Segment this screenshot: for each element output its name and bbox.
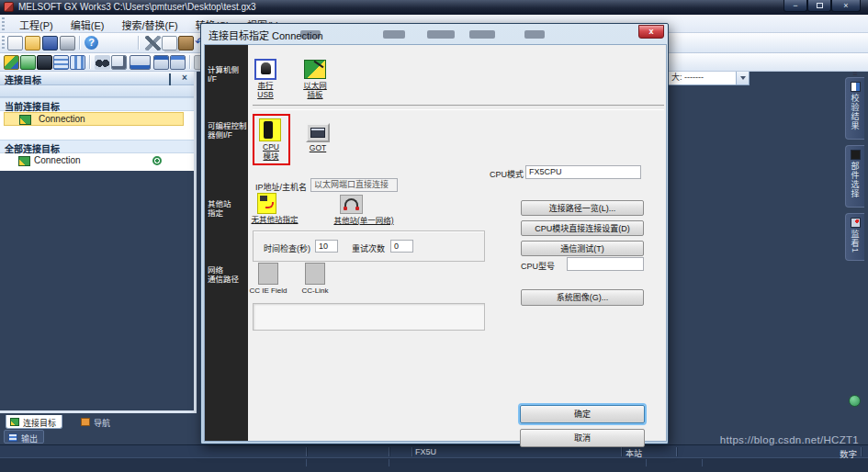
tab-navigation[interactable]: 导航 (77, 415, 116, 429)
communication-test-button[interactable]: 通信测试(T) (521, 241, 644, 256)
device-memory-icon[interactable] (170, 55, 186, 70)
cc-link-caption[interactable]: CC-Link (297, 287, 333, 296)
chevron-down-icon (740, 76, 746, 80)
print-icon[interactable] (60, 36, 75, 51)
panel-content: 当前连接目标 Connection 全部连接目标 Connection (0, 97, 194, 171)
route-description-box (253, 303, 485, 331)
serial-usb-caption[interactable]: 串行USB (245, 82, 286, 99)
melsoft-gx-works3-window: MELSOFT GX Works3 C:\Users\pmtuser\Deskt… (0, 0, 868, 472)
aero-glass-artifact (383, 30, 405, 39)
toolbar-separator (79, 36, 80, 50)
all-targets-header: 全部连接目标 (0, 140, 194, 153)
statusbar-lower-strip (0, 457, 868, 472)
menu-project[interactable]: 工程(P) (12, 15, 61, 32)
window-layout-icon[interactable] (53, 55, 69, 70)
panel-titlebar: 连接目标 × (0, 72, 194, 85)
plc-side-label: 可编程控制器侧I/F (208, 121, 247, 140)
all-connection-item[interactable]: Connection (0, 154, 194, 168)
connection-destination-icon[interactable] (20, 55, 36, 70)
panel-close-icon[interactable]: × (182, 73, 187, 83)
time-check-field[interactable]: 10 (315, 240, 338, 253)
system-image-button[interactable]: 系统图像(G)... (521, 289, 644, 306)
pc-side-label: 计算机侧I/F (208, 65, 239, 84)
tab-verify-result[interactable]: 校验结果 (845, 77, 864, 140)
ethernet-board-icon[interactable] (304, 60, 326, 79)
find-window-icon[interactable] (111, 55, 127, 70)
other-station-single-network-icon[interactable] (340, 195, 363, 214)
tab-watch-1[interactable]: 监看1 (845, 213, 864, 261)
aero-glass-artifact (427, 30, 455, 39)
cpu-model-label: CPU型号 (521, 260, 555, 272)
got-icon[interactable] (306, 123, 330, 142)
tab-connection-destination[interactable]: 连接目标 (6, 415, 62, 429)
panel-title: 连接目标 (5, 75, 41, 85)
navigation-window-icon[interactable] (4, 55, 19, 70)
serial-usb-icon[interactable] (254, 59, 276, 80)
cc-ie-field-icon[interactable] (258, 263, 278, 285)
cpu-direct-connect-settings-button[interactable]: CPU模块直接连接设置(D) (521, 220, 644, 236)
connection-icon (10, 418, 19, 426)
watermark-url: https://blog.csdn.net/HCZT1 (588, 434, 859, 445)
cpu-module-caption[interactable]: CPU模块 (253, 143, 289, 161)
cpu-mode-field[interactable]: FX5CPU (525, 165, 641, 179)
pin-icon[interactable] (169, 74, 176, 83)
cc-ie-field-caption[interactable]: CC IE Field (245, 287, 291, 296)
restore-button[interactable] (807, 0, 831, 12)
other-station-single-network-caption[interactable]: 其他站(单一网络) (326, 217, 401, 226)
network-route-label: 网络通信路径 (208, 265, 239, 284)
help-icon[interactable]: ? (85, 36, 98, 50)
tab-label: 校验结果 (850, 94, 862, 130)
find-icon[interactable] (95, 55, 110, 70)
window-split-icon[interactable] (70, 55, 85, 70)
watch-icon (851, 218, 861, 228)
window-titlebar: MELSOFT GX Works3 C:\Users\pmtuser\Deskt… (0, 0, 868, 15)
copy-icon[interactable] (162, 36, 177, 51)
module-configuration-icon[interactable] (37, 55, 52, 70)
new-project-icon[interactable] (7, 36, 23, 51)
tab-output[interactable]: 输出 (4, 430, 44, 444)
no-other-station-caption[interactable]: 无其他站指定 (240, 216, 310, 225)
got-caption[interactable]: GOT (306, 144, 330, 153)
statusbar-cpu-type: FX5U (415, 447, 436, 456)
save-project-icon[interactable] (42, 36, 58, 51)
cc-link-icon[interactable] (305, 263, 325, 285)
ok-button[interactable]: 确定 (520, 405, 645, 423)
cut-icon[interactable] (145, 36, 161, 51)
zoom-combobox-arrow[interactable] (736, 71, 749, 84)
dialog-category-column: 计算机侧I/F 可编程控制器侧I/F 其他站指定 网络通信路径 (205, 45, 248, 441)
verify-result-icon (851, 82, 861, 92)
cpu-module-icon[interactable] (259, 118, 281, 141)
current-target-header: 当前连接目标 (0, 97, 194, 111)
current-target-radio-icon[interactable] (152, 156, 162, 165)
toolbar-separator (89, 55, 90, 69)
tab-label: 部件选择 (850, 162, 862, 198)
open-project-icon[interactable] (25, 36, 40, 51)
connection-path-list-button[interactable]: 连接路径一览(L)... (521, 200, 644, 216)
statusbar-divider (676, 447, 677, 456)
retry-count-field[interactable]: 0 (390, 240, 413, 253)
cpu-model-field[interactable] (567, 257, 644, 271)
aero-glass-artifact (300, 30, 321, 39)
dialog-close-button[interactable]: x (638, 25, 664, 39)
statusbar-divider (389, 447, 389, 456)
zoom-combobox[interactable]: 大: ------- (667, 70, 750, 85)
close-button[interactable]: × (831, 0, 861, 12)
current-connection-item[interactable]: Connection (4, 112, 184, 126)
no-other-station-icon[interactable] (257, 193, 276, 214)
time-check-label: 时间检查(秒) (264, 242, 310, 254)
ethernet-board-caption[interactable]: 以太网插板 (293, 82, 337, 99)
menu-search-replace[interactable]: 搜索/替换(F) (115, 15, 186, 32)
tab-element-selection[interactable]: 部件选择 (845, 145, 864, 208)
aero-glass-artifact (524, 30, 545, 39)
ip-hostname-field[interactable]: 以太网端口直接连接 (310, 178, 398, 192)
menu-edit[interactable]: 编辑(E) (63, 15, 112, 32)
statusbar: FX5U 本站 (0, 444, 868, 457)
minimize-button[interactable]: − (783, 0, 807, 12)
section-separator (253, 105, 664, 110)
tab-label: 输出 (21, 434, 38, 444)
all-connection-label: Connection (34, 155, 81, 165)
aero-glass-artifact (469, 30, 495, 39)
device-comment-icon[interactable] (153, 55, 169, 70)
connection-destination-dialog: 连接目标指定 Connection x 计算机侧I/F 可编程控制器侧I/F 其… (200, 23, 669, 444)
device-display-dropdown-icon[interactable] (130, 55, 151, 70)
